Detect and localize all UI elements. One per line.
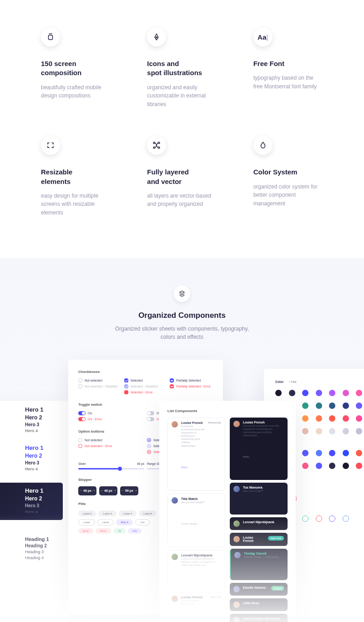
feature-desc: beautifully crafted mobile design compos… xyxy=(41,83,111,100)
layers-icon xyxy=(174,286,190,302)
organized-components-section: Organized Components Organized sticker s… xyxy=(0,258,364,622)
svg-rect-4 xyxy=(154,147,155,148)
feature-desc: easy design for multiple screens with re… xyxy=(41,192,111,217)
slider-example xyxy=(78,468,144,469)
panel-typography: Hero 1Hero 2Hero 3Hero 4 Hero 1Hero 2Her… xyxy=(0,401,68,622)
feature-free-font: Aa| Free Font typography based on the fr… xyxy=(253,27,323,108)
panel-forms: Checkboxes Not selected Selected Partial… xyxy=(68,360,223,615)
svg-rect-3 xyxy=(158,143,160,144)
feature-title: Fully layered and vector xyxy=(147,168,217,186)
feature-desc: organized and easily customizable in ext… xyxy=(147,83,217,109)
feature-icons-illustrations: Icons and spot illustrations organized a… xyxy=(147,27,217,108)
font-icon: Aa| xyxy=(253,27,273,46)
feature-title: Color System xyxy=(253,168,323,177)
svg-rect-5 xyxy=(158,147,160,148)
feature-color-system: Color System organized color system for … xyxy=(253,136,323,217)
feature-title: Resizable elements xyxy=(41,168,111,186)
feature-grid: 150 screen composition beautifully craft… xyxy=(0,0,364,258)
jar-icon xyxy=(41,27,60,46)
feature-desc: typography based on the free Montserrat … xyxy=(253,74,323,91)
feature-title: Icons and spot illustrations xyxy=(147,59,217,78)
resize-icon xyxy=(41,136,60,155)
organized-title: Organized Components xyxy=(0,311,364,320)
feature-screen-composition: 150 screen composition beautifully craft… xyxy=(41,27,111,108)
drop-icon xyxy=(253,136,273,155)
feature-resizable: Resizable elements easy design for multi… xyxy=(41,136,111,217)
feature-title: 150 screen composition xyxy=(41,59,111,78)
panel-color-palette: Color › Flat xyxy=(264,369,364,622)
svg-rect-0 xyxy=(49,35,53,40)
feature-layered-vector: Fully layered and vector all layers are … xyxy=(147,136,217,217)
range-slider-example xyxy=(147,468,213,469)
organized-subtitle: Organized sticker sheets with components… xyxy=(96,325,268,342)
vector-icon xyxy=(147,136,166,155)
pen-icon xyxy=(147,27,166,46)
feature-title: Free Font xyxy=(253,59,323,68)
fade-overlay xyxy=(0,515,364,622)
svg-rect-2 xyxy=(154,143,155,144)
panel-list-components: List Components Louise FrenchSuccessful … xyxy=(159,401,296,622)
feature-desc: organized color system for better compon… xyxy=(253,183,323,208)
svg-point-1 xyxy=(156,37,157,38)
feature-desc: all layers are vector-based and properly… xyxy=(147,192,217,209)
preview-panels: Hero 1Hero 2Hero 3Hero 4 Hero 1Hero 2Her… xyxy=(0,360,364,622)
